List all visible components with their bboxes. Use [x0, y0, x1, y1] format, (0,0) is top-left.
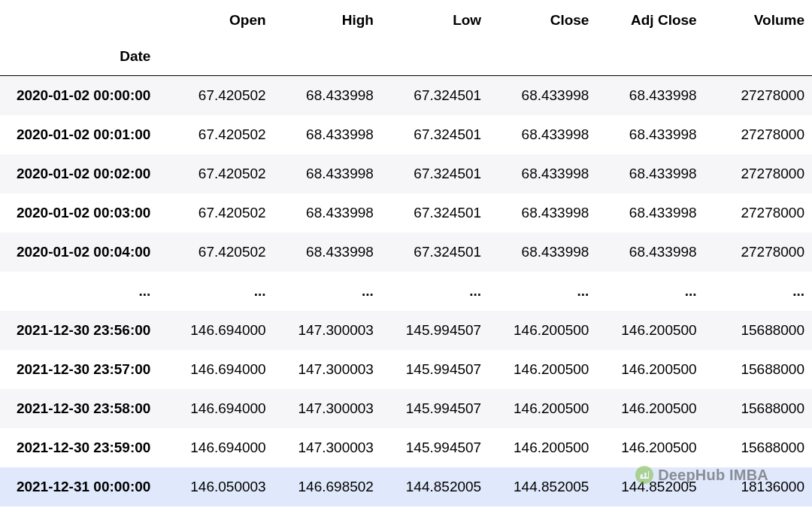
cell-low: 145.994507	[381, 350, 489, 389]
cell-high: 147.300003	[274, 389, 381, 428]
table-row: 2020-01-02 00:03:0067.42050268.43399867.…	[0, 193, 812, 233]
cell-close: 68.433998	[489, 233, 596, 272]
cell-open: 146.050003	[165, 467, 273, 506]
cell-high: 68.433998	[274, 76, 381, 116]
cell-close: 146.200500	[489, 428, 596, 467]
cell-high: 68.433998	[274, 115, 381, 154]
cell-open: 146.694000	[165, 428, 273, 467]
index-name-label: Date	[0, 41, 165, 76]
cell-open: 67.420502	[165, 193, 273, 233]
cell-open: ...	[165, 272, 273, 311]
cell-adj_close: 146.200500	[596, 311, 704, 350]
col-header-low: Low	[381, 0, 489, 41]
cell-open: 146.694000	[165, 311, 273, 350]
cell-adj_close: 68.433998	[596, 193, 704, 233]
col-header-close: Close	[489, 0, 596, 41]
row-index: ...	[0, 272, 165, 311]
table-row: 2020-01-02 00:01:0067.42050268.43399867.…	[0, 115, 812, 154]
cell-close: 68.433998	[489, 154, 596, 193]
cell-high: 68.433998	[274, 193, 381, 233]
cell-low: 67.324501	[381, 233, 489, 272]
table-row: .....................	[0, 272, 812, 311]
cell-low: 67.324501	[381, 76, 489, 116]
cell-close: 144.852005	[489, 467, 596, 506]
column-header-row: Open High Low Close Adj Close Volume	[0, 0, 812, 41]
cell-volume: ...	[704, 272, 812, 311]
cell-open: 67.420502	[165, 76, 273, 116]
cell-high: 147.300003	[274, 311, 381, 350]
cell-adj_close: 68.433998	[596, 154, 704, 193]
cell-high: 146.698502	[274, 467, 381, 506]
cell-open: 67.420502	[165, 233, 273, 272]
col-header-high: High	[274, 0, 381, 41]
cell-volume: 27278000	[704, 154, 812, 193]
row-index: 2021-12-30 23:58:00	[0, 389, 165, 428]
cell-close: 146.200500	[489, 311, 596, 350]
cell-adj_close: 68.433998	[596, 115, 704, 154]
row-index: 2020-01-02 00:00:00	[0, 76, 165, 116]
cell-volume: 15688000	[704, 311, 812, 350]
cell-adj_close: ...	[596, 272, 704, 311]
cell-open: 67.420502	[165, 115, 273, 154]
cell-high: ...	[274, 272, 381, 311]
row-index: 2021-12-31 00:00:00	[0, 467, 165, 506]
cell-volume: 27278000	[704, 76, 812, 116]
cell-high: 147.300003	[274, 350, 381, 389]
row-index: 2021-12-30 23:56:00	[0, 311, 165, 350]
cell-adj_close: 68.433998	[596, 76, 704, 116]
cell-open: 146.694000	[165, 389, 273, 428]
cell-low: 144.852005	[381, 467, 489, 506]
table-row: 2021-12-30 23:56:00146.694000147.3000031…	[0, 311, 812, 350]
cell-close: 146.200500	[489, 350, 596, 389]
table-row: 2021-12-30 23:59:00146.694000147.3000031…	[0, 428, 812, 467]
col-header-volume: Volume	[704, 0, 812, 41]
col-header-open: Open	[165, 0, 273, 41]
cell-close: 68.433998	[489, 115, 596, 154]
cell-volume: 15688000	[704, 389, 812, 428]
cell-high: 68.433998	[274, 233, 381, 272]
cell-close: 68.433998	[489, 193, 596, 233]
cell-high: 68.433998	[274, 154, 381, 193]
cell-volume: 18136000	[704, 467, 812, 506]
cell-adj_close: 146.200500	[596, 428, 704, 467]
table-row: 2021-12-31 00:00:00146.050003146.6985021…	[0, 467, 812, 506]
cell-low: 145.994507	[381, 311, 489, 350]
cell-low: 145.994507	[381, 428, 489, 467]
table-row: 2021-12-30 23:57:00146.694000147.3000031…	[0, 350, 812, 389]
cell-open: 146.694000	[165, 350, 273, 389]
cell-low: ...	[381, 272, 489, 311]
cell-close: ...	[489, 272, 596, 311]
cell-low: 67.324501	[381, 115, 489, 154]
cell-volume: 15688000	[704, 428, 812, 467]
cell-volume: 15688000	[704, 350, 812, 389]
dataframe-table: Open High Low Close Adj Close Volume Dat…	[0, 0, 812, 506]
row-index: 2020-01-02 00:03:00	[0, 193, 165, 233]
row-index: 2021-12-30 23:59:00	[0, 428, 165, 467]
row-index: 2020-01-02 00:01:00	[0, 115, 165, 154]
cell-adj_close: 68.433998	[596, 233, 704, 272]
table-row: 2021-12-30 23:58:00146.694000147.3000031…	[0, 389, 812, 428]
cell-volume: 27278000	[704, 233, 812, 272]
row-index: 2020-01-02 00:02:00	[0, 154, 165, 193]
row-index: 2020-01-02 00:04:00	[0, 233, 165, 272]
index-header-row: Date	[0, 41, 812, 76]
row-index: 2021-12-30 23:57:00	[0, 350, 165, 389]
cell-volume: 27278000	[704, 193, 812, 233]
cell-adj_close: 144.852005	[596, 467, 704, 506]
table-row: 2020-01-02 00:02:0067.42050268.43399867.…	[0, 154, 812, 193]
cell-high: 147.300003	[274, 428, 381, 467]
cell-low: 67.324501	[381, 193, 489, 233]
cell-low: 67.324501	[381, 154, 489, 193]
cell-volume: 27278000	[704, 115, 812, 154]
cell-close: 146.200500	[489, 389, 596, 428]
col-header-adjclose: Adj Close	[596, 0, 704, 41]
cell-close: 68.433998	[489, 76, 596, 116]
cell-open: 67.420502	[165, 154, 273, 193]
cell-low: 145.994507	[381, 389, 489, 428]
table-row: 2020-01-02 00:04:0067.42050268.43399867.…	[0, 233, 812, 272]
table-row: 2020-01-02 00:00:0067.42050268.43399867.…	[0, 76, 812, 116]
cell-adj_close: 146.200500	[596, 389, 704, 428]
cell-adj_close: 146.200500	[596, 350, 704, 389]
